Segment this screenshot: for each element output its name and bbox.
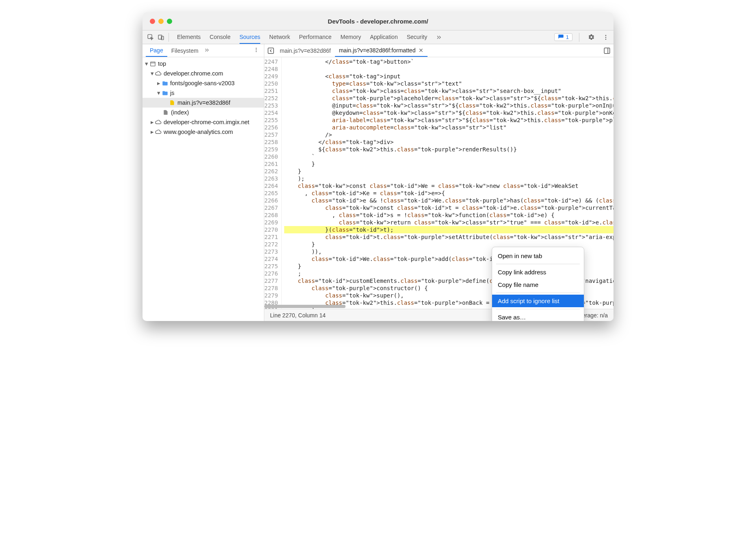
cm-open-new-tab[interactable]: Open in new tab [492, 250, 584, 262]
navigator-tabs: Page Filesystem [143, 44, 264, 57]
separator [496, 293, 580, 293]
devtools-window: DevTools - developer.chrome.com/ Element… [143, 12, 613, 321]
tree-top[interactable]: ▾ top [143, 59, 264, 69]
tree-folder-js[interactable]: ▾ js [143, 88, 264, 98]
cm-copy-filename[interactable]: Copy file name [492, 278, 584, 291]
tree-label: top [158, 60, 166, 67]
tab-elements[interactable]: Elements [177, 31, 201, 44]
tree-label: www.google-analytics.com [164, 129, 233, 135]
file-tab-label: main.js?v=e382d86f [280, 47, 331, 54]
svg-rect-11 [604, 48, 610, 54]
tab-sources[interactable]: Sources [240, 31, 260, 44]
tree-file-index[interactable]: (index) [143, 108, 264, 117]
tree-label: js [170, 90, 174, 96]
toggle-sidebar-icon[interactable] [602, 47, 612, 54]
navigator-tab-filesystem[interactable]: Filesystem [167, 45, 203, 56]
tree-label: developer-chrome-com.imgix.net [164, 119, 249, 125]
cm-copy-link[interactable]: Copy link address [492, 266, 584, 278]
svg-point-8 [256, 51, 257, 52]
separator [496, 309, 580, 309]
kebab-menu-icon[interactable] [600, 32, 611, 43]
nav-back-icon[interactable] [266, 47, 276, 54]
tab-application[interactable]: Application [370, 31, 398, 44]
issues-button[interactable]: 1 [554, 33, 572, 41]
cm-save-as[interactable]: Save as… [492, 311, 584, 321]
cloud-icon [155, 70, 162, 77]
cursor-position: Line 2270, Column 14 [270, 312, 326, 319]
issues-count: 1 [566, 34, 569, 40]
file-tab[interactable]: main.js?v=e382d86f [276, 45, 335, 56]
tree-file-mainjs[interactable]: main.js?v=e382d86f [143, 98, 264, 108]
panel-tabs: Elements Console Sources Network Perform… [177, 31, 427, 44]
cloud-icon [155, 119, 162, 126]
tree-folder[interactable]: ▸ fonts/google-sans-v2003 [143, 78, 264, 88]
folder-icon [161, 89, 168, 97]
vertical-scrollbar[interactable] [609, 75, 612, 156]
document-icon [162, 109, 169, 116]
tree-label: fonts/google-sans-v2003 [170, 80, 235, 86]
settings-gear-icon[interactable] [586, 32, 596, 43]
separator [496, 264, 580, 264]
tree-origin[interactable]: ▾ developer.chrome.com [143, 69, 264, 78]
more-tabs-icon[interactable] [434, 32, 444, 43]
navigator-tab-page[interactable]: Page [146, 45, 167, 57]
file-tab-active[interactable]: main.js?v=e382d86f:formatted ✕ [335, 45, 428, 57]
svg-point-7 [256, 50, 257, 50]
navigator-sidebar: Page Filesystem ▾ top ▾ develop [143, 44, 264, 321]
tree-label: developer.chrome.com [164, 70, 223, 77]
separator [168, 33, 169, 42]
js-file-icon [168, 99, 176, 106]
tab-console[interactable]: Console [210, 31, 230, 44]
folder-icon [161, 80, 168, 87]
navigator-menu-icon[interactable] [252, 47, 261, 54]
svg-rect-10 [268, 48, 274, 54]
context-menu: Open in new tab Copy link address Copy f… [492, 247, 584, 321]
window-frame-icon [149, 60, 156, 67]
svg-rect-9 [150, 62, 155, 66]
svg-rect-0 [148, 34, 152, 39]
file-tab-label: main.js?v=e382d86f:formatted [339, 47, 416, 54]
main-toolbar: Elements Console Sources Network Perform… [143, 30, 613, 44]
svg-point-4 [605, 37, 607, 38]
device-toolbar-icon[interactable] [156, 32, 166, 43]
tree-label: (index) [171, 109, 189, 116]
cloud-icon [155, 128, 162, 136]
tree-origin[interactable]: ▸ www.google-analytics.com [143, 127, 264, 137]
line-gutter: 2247224822492250225122522253225422552256… [264, 57, 282, 309]
separator [579, 33, 579, 42]
tab-performance[interactable]: Performance [299, 31, 331, 44]
tab-memory[interactable]: Memory [341, 31, 361, 44]
tab-network[interactable]: Network [269, 31, 290, 44]
navigator-more-tabs-icon[interactable] [204, 47, 210, 54]
svg-point-5 [605, 39, 607, 40]
close-tab-icon[interactable]: ✕ [419, 47, 423, 54]
cm-add-ignore-list[interactable]: Add script to ignore list [492, 295, 584, 307]
svg-point-6 [256, 48, 257, 49]
tree-origin[interactable]: ▸ developer-chrome-com.imgix.net [143, 117, 264, 127]
tab-security[interactable]: Security [407, 31, 428, 44]
editor-tabbar: main.js?v=e382d86f main.js?v=e382d86f:fo… [264, 44, 613, 57]
file-tree[interactable]: ▾ top ▾ developer.chrome.com ▸ fonts/goo… [143, 57, 264, 321]
window-title: DevTools - developer.chrome.com/ [143, 18, 613, 25]
titlebar: DevTools - developer.chrome.com/ [143, 12, 613, 30]
inspect-element-icon[interactable] [145, 32, 156, 43]
svg-point-3 [605, 35, 607, 36]
tree-label: main.js?v=e382d86f [177, 99, 230, 106]
toolbar-right: 1 [554, 32, 611, 43]
